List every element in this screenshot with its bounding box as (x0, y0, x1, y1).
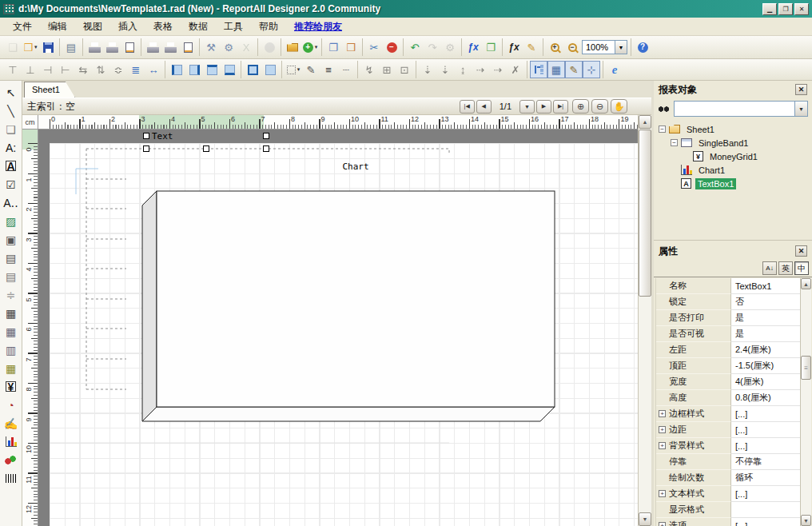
border-right-button[interactable] (185, 61, 203, 78)
property-value[interactable]: [...] (731, 518, 800, 526)
quick-print-icon[interactable] (144, 38, 161, 56)
insert-formula-button[interactable]: ƒx (464, 38, 482, 56)
preview-search-icon[interactable] (179, 38, 197, 56)
property-value[interactable]: [...] (731, 406, 800, 422)
pan-tool-button[interactable]: ✋ (611, 99, 627, 114)
expand-icon[interactable]: + (659, 426, 666, 433)
fit-span-button[interactable]: ↔ (145, 61, 162, 78)
property-row[interactable]: +选项[...] (656, 518, 800, 526)
report-page[interactable] (50, 143, 638, 526)
browser-icon[interactable]: e (606, 61, 623, 78)
expand-icon[interactable]: + (659, 522, 666, 526)
border-outline-button[interactable] (244, 61, 261, 78)
design-tools-button[interactable]: ⚒ (202, 38, 220, 56)
expand-icon[interactable]: + (659, 490, 666, 497)
object-properties-button[interactable]: ✎ (523, 38, 540, 56)
snap-lines-button[interactable]: ≣ (127, 61, 145, 78)
border-style-icon[interactable]: ▾ (285, 61, 302, 78)
menu-help[interactable]: 帮助 (251, 18, 286, 36)
next-page-button[interactable]: ▶ (536, 100, 551, 114)
select-tool[interactable]: ↖ (2, 83, 21, 102)
subreport-tool[interactable]: ▤ (2, 267, 21, 285)
band-tool[interactable]: ▤ (2, 249, 21, 267)
property-row[interactable]: 是否可视是 (656, 326, 800, 342)
header-grid-tool[interactable]: ▦ (2, 322, 21, 341)
border-fill-button[interactable] (261, 61, 279, 78)
object-search-combo[interactable]: ▼ (674, 101, 808, 117)
zoom-out-icon[interactable]: − (563, 38, 581, 56)
scroll-thumb[interactable]: ≡ (801, 356, 811, 380)
object-search-input[interactable] (675, 102, 794, 116)
close-icon[interactable]: ✕ (795, 84, 807, 95)
property-value[interactable]: 2.4(厘米) (731, 342, 800, 358)
tree-expander[interactable]: − (659, 126, 666, 133)
border-left-button[interactable] (168, 61, 185, 78)
barcode-tool[interactable] (2, 469, 21, 488)
tree-item-chart1[interactable]: Chart1 (655, 163, 810, 177)
paste-button[interactable]: ❒ (342, 38, 360, 56)
close-icon[interactable]: ✕ (795, 245, 807, 257)
formula-editor-button[interactable]: ƒx (505, 38, 523, 56)
print-preview-icon[interactable] (121, 38, 138, 56)
property-row[interactable]: 名称TextBox1 (656, 278, 800, 294)
property-row[interactable]: 停靠不停靠 (656, 454, 800, 470)
minimize-button[interactable]: ▁ (762, 3, 777, 15)
open-file-button[interactable]: ❒▾ (22, 38, 39, 56)
line-tool[interactable]: ╲ (2, 102, 21, 120)
chart-tool[interactable] (2, 432, 21, 451)
expand-icon[interactable]: + (659, 442, 666, 449)
property-row[interactable]: 显示格式 (656, 502, 800, 518)
chevron-down-icon[interactable]: ▾ (315, 44, 318, 50)
table-tool[interactable]: ▦ (2, 304, 21, 322)
copy-style-button[interactable]: ❐ (482, 38, 500, 56)
property-value[interactable]: [...] (731, 422, 800, 438)
property-value[interactable]: 4(厘米) (731, 374, 800, 390)
panel-tool[interactable]: ▣ (2, 230, 21, 249)
page-dropdown-button[interactable]: ▼ (519, 100, 535, 114)
property-row[interactable]: +文本样式[...] (656, 486, 800, 502)
tree-item-sheet1[interactable]: −Sheet1 (655, 122, 810, 136)
canvas-zoom-in-button[interactable]: ⊕ (572, 99, 589, 114)
tab-sheet1[interactable]: Sheet1 (24, 82, 75, 98)
textbox-object-label[interactable]: Text (152, 131, 173, 141)
property-row[interactable]: 宽度4(厘米) (656, 374, 800, 390)
page-setup-button[interactable]: ▤ (62, 38, 80, 56)
menu-insert[interactable]: 插入 (110, 18, 145, 36)
border-top-button[interactable] (203, 61, 221, 78)
property-grid-toggle-button[interactable]: ▦ (547, 61, 565, 78)
object-tree-toggle-icon[interactable] (530, 61, 547, 78)
shape-tool[interactable]: ❏ (2, 120, 21, 138)
chevron-down-icon[interactable]: ▾ (297, 66, 301, 73)
property-value[interactable]: 0.8(厘米) (731, 390, 800, 406)
print-setup-icon[interactable] (103, 38, 121, 56)
row-grid-tool[interactable]: ▥ (2, 341, 21, 359)
delete-button[interactable]: − (383, 38, 400, 56)
property-row[interactable]: 锁定否 (656, 294, 800, 310)
chevron-down-icon[interactable]: ▼ (794, 102, 807, 116)
chevron-down-icon[interactable]: ▼ (615, 40, 627, 54)
save-file-icon[interactable] (39, 38, 57, 56)
property-value[interactable]: TextBox1 (731, 278, 800, 294)
property-row[interactable]: 左距2.4(厘米) (656, 342, 800, 358)
menu-data[interactable]: 数据 (181, 18, 216, 36)
tree-expander[interactable]: − (671, 139, 678, 146)
property-row[interactable]: 顶距-1.5(厘米) (656, 358, 800, 374)
copy-button[interactable]: ❐ (324, 38, 342, 56)
text-format-tool[interactable]: A‥ (2, 193, 21, 212)
property-value[interactable] (731, 502, 800, 518)
position-toggle-button[interactable]: ⊹ (583, 61, 600, 78)
scroll-up-button[interactable]: ▲ (801, 278, 811, 289)
last-page-button[interactable]: ▶| (553, 100, 568, 114)
richtext-tool[interactable]: ✍ (2, 414, 21, 432)
zoom-in-icon[interactable]: + (546, 38, 563, 56)
first-page-button[interactable]: |◀ (460, 100, 475, 114)
label-tool[interactable]: A: (2, 138, 21, 157)
batch-print-icon[interactable] (161, 38, 179, 56)
expand-icon[interactable]: + (659, 410, 666, 417)
print-icon[interactable] (86, 38, 103, 56)
menu-edit[interactable]: 编辑 (40, 18, 75, 36)
lang-english-button[interactable]: 英 (778, 261, 793, 275)
properties-scrollbar[interactable]: ▲ ≡ ▼ (800, 278, 811, 526)
moneygrid-tool[interactable]: ¥ (2, 377, 21, 396)
textbox-tool[interactable]: A (2, 157, 21, 175)
